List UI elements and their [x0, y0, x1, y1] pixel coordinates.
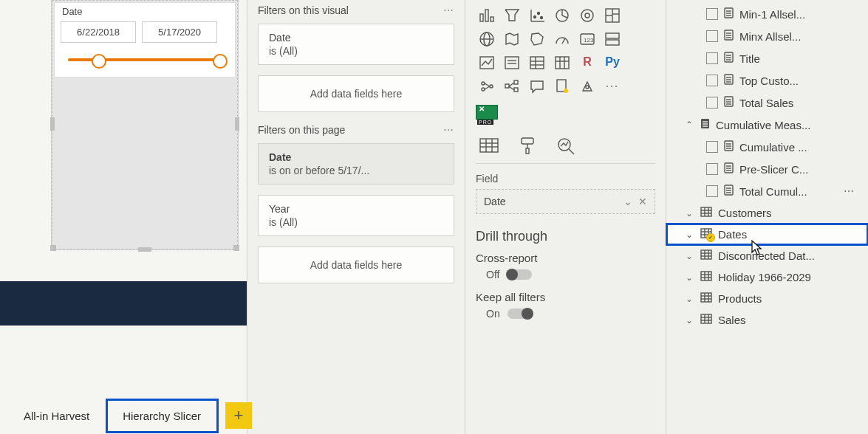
checkbox[interactable] [706, 185, 718, 197]
slicer-start-date[interactable]: 6/22/2018 [61, 21, 136, 43]
viz-more-icon[interactable]: ⋯ [601, 75, 623, 96]
table-header-holiday[interactable]: ⌄ Holiday 1966-2029 [666, 266, 868, 288]
table-header-disconnected[interactable]: ⌄ Disconnected Dat... [666, 245, 868, 266]
format-tab-icon[interactable] [517, 136, 538, 157]
checkbox[interactable] [706, 8, 718, 20]
chevron-down-icon[interactable]: ⌄ [623, 196, 632, 207]
field-label: Top Custo... [739, 75, 799, 87]
filter-card-date-page[interactable]: Date is on or before 5/17/... [258, 143, 454, 185]
field-item[interactable]: Minx Allsel... [666, 25, 868, 47]
filter-card-year-page[interactable]: Year is (All) [258, 195, 454, 236]
viz-column-chart-icon[interactable] [476, 4, 498, 25]
checkbox[interactable] [706, 75, 718, 86]
cross-report-toggle[interactable] [507, 269, 532, 280]
resize-handle-br[interactable] [233, 245, 239, 251]
viz-matrix-icon[interactable] [551, 52, 573, 72]
svg-line-59 [569, 149, 574, 154]
field-item[interactable]: Title [666, 47, 868, 69]
viz-scatter-icon[interactable] [526, 4, 548, 25]
date-range-slider[interactable] [64, 50, 226, 68]
range-knob-start[interactable] [92, 54, 106, 69]
field-item[interactable]: Total Sales [666, 92, 868, 114]
resize-handle-bottom[interactable] [138, 247, 151, 252]
tab-hierarchy-slicer[interactable]: Hierarchy Slicer [106, 399, 218, 433]
svg-point-48 [564, 89, 568, 93]
checkbox[interactable] [706, 141, 718, 153]
slicer-end-date[interactable]: 5/17/2020 [142, 21, 217, 43]
viz-key-influencers-icon[interactable] [476, 75, 498, 96]
field-item[interactable]: Pre-Slicer C... [666, 158, 868, 180]
remove-field-icon[interactable]: ✕ [638, 196, 647, 207]
chevron-down-icon[interactable]: ⌄ [684, 230, 694, 240]
zebrabi-pro-visual-icon[interactable]: PRO [476, 103, 498, 121]
field-well-date[interactable]: Date ⌄ ✕ [476, 189, 655, 214]
viz-qna-icon[interactable] [526, 75, 548, 96]
tab-all-in-harvest[interactable]: All-in Harvest [7, 399, 106, 433]
viz-filled-map-icon[interactable] [501, 28, 523, 49]
fields-tab-icon[interactable] [479, 136, 499, 157]
chevron-down-icon[interactable]: ⌄ [684, 315, 694, 326]
viz-slicer-icon[interactable] [501, 52, 523, 72]
add-page-button[interactable]: + [225, 402, 252, 429]
viz-paginated-icon[interactable] [551, 75, 573, 96]
viz-treemap-icon[interactable] [601, 4, 623, 25]
checkbox[interactable] [706, 30, 718, 42]
table-header-sales[interactable]: ⌄ Sales [666, 309, 868, 331]
resize-handle-right[interactable] [235, 117, 239, 131]
checkbox[interactable] [706, 52, 718, 64]
checkbox[interactable] [706, 163, 718, 175]
field-more-icon[interactable]: ⋯ [844, 185, 855, 197]
viz-funnel-icon[interactable] [501, 4, 523, 25]
field-item[interactable]: Top Custo... [666, 69, 868, 92]
viz-card-icon[interactable]: 123 [576, 28, 598, 49]
resize-handle-left[interactable] [50, 117, 55, 131]
svg-rect-121 [701, 314, 711, 323]
field-item-total-cumul[interactable]: Total Cumul... ⋯ [666, 180, 868, 202]
table-header-customers[interactable]: ⌄ Customers [666, 202, 868, 224]
date-slicer-visual[interactable]: Date 6/22/2018 5/17/2020 [52, 0, 238, 249]
range-knob-end[interactable] [213, 54, 228, 69]
viz-table-icon[interactable] [526, 52, 548, 72]
viz-gauge-icon[interactable] [551, 28, 573, 49]
chevron-down-icon[interactable]: ⌄ [684, 272, 694, 283]
chevron-down-icon[interactable]: ⌄ [684, 294, 694, 304]
viz-pie-icon[interactable] [551, 4, 573, 25]
svg-rect-111 [701, 272, 711, 280]
svg-point-11 [581, 10, 593, 21]
field-item[interactable]: Min-1 Allsel... [666, 3, 868, 25]
table-header-products[interactable]: ⌄ Products [666, 288, 868, 309]
viz-python-icon[interactable]: Py [601, 52, 623, 72]
viz-donut-icon[interactable] [576, 4, 598, 25]
filter-drop-page[interactable]: Add data fields here [258, 247, 454, 283]
cross-report-label: Cross-report [476, 252, 655, 264]
viz-shape-map-icon[interactable] [526, 28, 548, 49]
chevron-down-icon[interactable]: ⌄ [684, 251, 694, 261]
filters-visual-more-icon[interactable]: ⋯ [443, 4, 454, 16]
filters-page-more-icon[interactable]: ⋯ [443, 124, 454, 136]
viz-r-script-icon[interactable]: R [576, 52, 598, 72]
field-item[interactable]: Cumulative ... [666, 136, 868, 158]
viz-arcgis-icon[interactable] [576, 75, 598, 96]
table-header-cumulative[interactable]: ⌃ Cumulative Meas... [666, 114, 868, 136]
field-section-label: Field [476, 173, 655, 185]
field-label: Total Sales [739, 97, 793, 109]
field-well-value: Date [484, 196, 506, 207]
svg-point-37 [482, 82, 485, 85]
svg-rect-0 [480, 14, 483, 21]
filter-drop-visual[interactable]: Add data fields here [258, 75, 454, 112]
measure-group-icon [700, 118, 710, 131]
keep-filters-toggle[interactable] [508, 309, 533, 319]
analytics-tab-icon[interactable] [556, 136, 576, 157]
filter-card-date-visual[interactable]: Date is (All) [258, 24, 454, 65]
viz-map-icon[interactable] [476, 28, 498, 49]
checkbox[interactable] [706, 97, 718, 108]
viz-kpi-icon[interactable] [476, 52, 498, 72]
viz-multirow-icon[interactable] [601, 28, 623, 49]
resize-handle-bl[interactable] [50, 245, 56, 251]
table-header-dates[interactable]: ⌄ ✓ Dates [666, 224, 868, 245]
chevron-up-icon[interactable]: ⌃ [684, 120, 694, 130]
viz-decomposition-icon[interactable] [501, 75, 523, 96]
svg-text:123: 123 [584, 37, 594, 44]
visualization-gallery: 123 R Py ⋯ [476, 4, 655, 96]
chevron-down-icon[interactable]: ⌄ [684, 208, 694, 218]
